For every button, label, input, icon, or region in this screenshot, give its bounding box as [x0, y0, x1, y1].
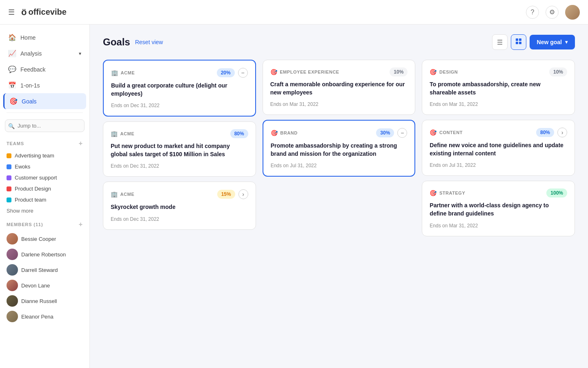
content-area: Goals Reset view ☰: [90, 25, 588, 368]
goal-date: Ends on Jul 31, 2022: [430, 162, 567, 168]
goal-card-header: 🏢 ACME 20% −: [111, 68, 248, 78]
target-icon: 🎯: [270, 69, 278, 75]
sidebar-item-product-team[interactable]: Product team: [5, 194, 85, 205]
team-dot: [7, 175, 11, 180]
member-darlene[interactable]: Darlene Robertson: [5, 247, 85, 262]
svg-rect-0: [516, 38, 518, 41]
sidebar-item-analysis[interactable]: 📈 Analysis ▾: [3, 45, 86, 61]
team-dot: [7, 186, 11, 191]
sidebar-item-feedback[interactable]: 💬 Feedback: [3, 61, 86, 77]
member-devon[interactable]: Devon Lane: [5, 278, 85, 293]
target-icon: 🎯: [430, 190, 437, 196]
avatar: [7, 233, 18, 245]
percent-badge: 100%: [546, 188, 567, 197]
settings-icon[interactable]: ⚙: [546, 6, 559, 19]
building-icon: 🏢: [111, 191, 118, 197]
goal-card-g5[interactable]: 🎯 BRAND 30% − Promote ambassadorship by …: [263, 120, 416, 177]
goal-card-g6[interactable]: 🎯 DESIGN 10% To promote ambassadorship, …: [422, 60, 575, 115]
member-bessie[interactable]: Bessie Cooper: [5, 231, 85, 247]
goal-title: Put new product to market and hit compan…: [111, 142, 248, 158]
goal-org: 🎯 DESIGN: [430, 69, 458, 75]
search-icon: 🔍: [8, 123, 15, 129]
goal-card-g4[interactable]: 🎯 EMPLOYEE EXPERIENCE 10% Craft a memora…: [263, 60, 416, 115]
sidebar-item-goals[interactable]: 🎯 Goals: [3, 93, 86, 109]
target-icon: 🎯: [430, 129, 437, 136]
member-dianne[interactable]: Dianne Russell: [5, 293, 85, 309]
member-darrell[interactable]: Darrell Steward: [5, 262, 85, 278]
sidebar-item-1on1s[interactable]: 📅 1-on-1s: [3, 77, 86, 93]
goal-card-g2[interactable]: 🏢 ACME 80% Put new product to market and…: [103, 121, 256, 177]
goal-date: Ends on Dec 31, 2022: [111, 163, 248, 169]
team-dot: [7, 197, 11, 202]
grid-icon: [515, 38, 522, 46]
percent-badge: 10%: [390, 67, 408, 76]
goal-card-g7[interactable]: 🎯 CONTENT 80% › Define new voice and ton…: [422, 120, 575, 176]
team-dot: [7, 153, 11, 158]
avatar: [7, 295, 18, 307]
main-layout: 🏠 Home 📈 Analysis ▾ 💬 Feedback 📅 1-on-1s…: [0, 25, 588, 368]
goal-org: 🏢 ACME: [111, 191, 134, 197]
goal-card-header: 🎯 STRATEGY 100%: [430, 188, 567, 197]
sidebar-item-product-design[interactable]: Product Design: [5, 183, 85, 194]
team-dot: [7, 164, 11, 169]
sidebar-item-customer-support[interactable]: Customer support: [5, 172, 85, 183]
reset-view-button[interactable]: Reset view: [135, 39, 163, 45]
list-view-button[interactable]: ☰: [492, 34, 508, 50]
goal-title: Promote ambassadorship by creating a str…: [271, 142, 408, 158]
goal-card-g1[interactable]: 🏢 ACME 20% − Build a great corporate cul…: [103, 60, 256, 117]
list-icon: ☰: [497, 38, 503, 46]
show-more-button[interactable]: Show more: [5, 205, 85, 216]
goals-column-3: 🎯 DESIGN 10% To promote ambassadorship, …: [422, 60, 575, 236]
members-header: MEMBERS (11) +: [5, 220, 85, 229]
svg-rect-3: [519, 42, 521, 44]
goals-column-1: 🏢 ACME 20% − Build a great corporate cul…: [103, 60, 256, 236]
goal-action-button[interactable]: −: [238, 68, 248, 78]
goal-org: 🎯 STRATEGY: [430, 190, 465, 196]
grid-view-button[interactable]: [511, 34, 526, 50]
goal-card-header: 🏢 ACME 80%: [111, 129, 248, 138]
help-icon[interactable]: ?: [526, 6, 539, 19]
avatar: [7, 264, 18, 276]
percent-badge: 20%: [217, 68, 235, 77]
goal-card-header: 🎯 BRAND 30% −: [271, 128, 408, 138]
goals-column-2: 🎯 EMPLOYEE EXPERIENCE 10% Craft a memora…: [263, 60, 416, 236]
avatar[interactable]: [565, 5, 580, 20]
analysis-icon: 📈: [8, 49, 16, 57]
sidebar: 🏠 Home 📈 Analysis ▾ 💬 Feedback 📅 1-on-1s…: [0, 25, 90, 368]
sidebar-item-advertising[interactable]: Advertising team: [5, 150, 85, 161]
sidebar-item-home[interactable]: 🏠 Home: [3, 29, 86, 45]
goal-card-header: 🎯 EMPLOYEE EXPERIENCE 10%: [270, 67, 408, 76]
goal-card-header: 🎯 CONTENT 80% ›: [430, 128, 567, 137]
goals-grid: 🏢 ACME 20% − Build a great corporate cul…: [103, 60, 575, 236]
goal-action-button[interactable]: ›: [557, 128, 567, 137]
goal-org: 🎯 EMPLOYEE EXPERIENCE: [270, 69, 339, 75]
goal-card-g3[interactable]: 🏢 ACME 15% › Skyrocket growth mode Ends …: [103, 182, 256, 230]
sidebar-item-ewoks[interactable]: Ewoks: [5, 161, 85, 172]
goal-card-g8[interactable]: 🎯 STRATEGY 100% Partner with a world-cla…: [422, 181, 575, 236]
svg-rect-1: [519, 38, 521, 41]
target-icon: 🎯: [430, 69, 437, 75]
header-actions: ☰ New goal ▾: [492, 34, 575, 50]
teams-header: TEAMS +: [5, 139, 85, 148]
goal-title: Skyrocket growth mode: [111, 203, 248, 211]
sidebar-nav: 🏠 Home 📈 Analysis ▾ 💬 Feedback 📅 1-on-1s…: [0, 29, 89, 109]
dropdown-arrow-icon: ▾: [565, 39, 568, 45]
add-member-button[interactable]: +: [79, 221, 83, 228]
member-eleanor[interactable]: Eleanor Pena: [5, 309, 85, 324]
new-goal-button[interactable]: New goal ▾: [530, 35, 575, 49]
content-header-left: Goals Reset view: [103, 36, 163, 48]
hamburger-icon[interactable]: ☰: [8, 8, 15, 17]
goal-action-button[interactable]: −: [397, 128, 407, 138]
goal-action-button[interactable]: ›: [238, 189, 248, 199]
goal-date: Ends on Mar 31, 2022: [270, 101, 408, 107]
sidebar-divider: [7, 112, 83, 113]
add-team-button[interactable]: +: [79, 140, 83, 147]
goal-title: Partner with a world-class design agency…: [430, 202, 567, 218]
building-icon: 🏢: [111, 70, 118, 76]
percent-badge: 10%: [549, 67, 567, 76]
jump-to-input[interactable]: [5, 119, 85, 132]
calendar-icon: 📅: [8, 81, 16, 89]
goal-org: 🎯 CONTENT: [430, 129, 463, 136]
goal-card-header: 🎯 DESIGN 10%: [430, 67, 567, 76]
goal-date: Ends on Mar 31, 2022: [430, 223, 567, 229]
